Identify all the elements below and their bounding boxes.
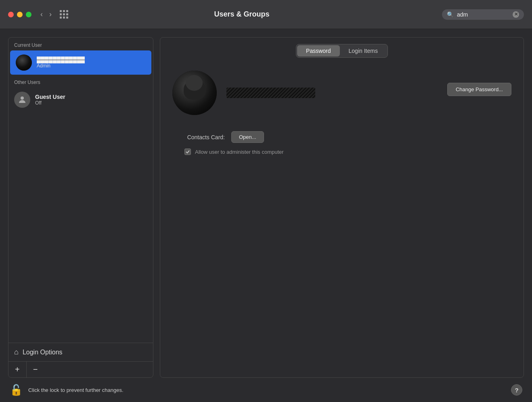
contacts-card-row: Contacts Card: Open... bbox=[172, 123, 511, 143]
contacts-card-label: Contacts Card: bbox=[172, 134, 225, 140]
titlebar: ‹ › Users & Groups 🔍 ✕ bbox=[0, 0, 532, 29]
home-icon: ⌂ bbox=[14, 348, 19, 356]
tabs-row: Password Login Items bbox=[160, 38, 524, 63]
search-input[interactable] bbox=[457, 11, 509, 18]
tab-login-items[interactable]: Login Items bbox=[340, 45, 387, 57]
sidebar-toolbar: + − bbox=[8, 361, 153, 377]
admin-user-info: ████████████ Admin bbox=[37, 57, 85, 69]
tab-group: Password Login Items bbox=[296, 44, 388, 58]
guest-user-name: Guest User bbox=[35, 94, 65, 100]
sidebar-list: Current User ████████████ Admin Other Us… bbox=[8, 38, 153, 343]
minimize-button[interactable] bbox=[17, 12, 23, 17]
app-grid-icon[interactable] bbox=[60, 10, 68, 19]
user-name-section bbox=[226, 88, 438, 98]
add-user-button[interactable]: + bbox=[8, 362, 27, 377]
admin-checkbox[interactable] bbox=[184, 149, 191, 155]
bottom-bar: 🔓 Click the lock to prevent further chan… bbox=[0, 378, 532, 402]
sidebar-item-guest[interactable]: Guest User Off bbox=[8, 88, 153, 112]
login-options-row[interactable]: ⌂ Login Options bbox=[8, 343, 153, 361]
admin-user-name: ████████████ bbox=[37, 57, 85, 63]
user-display-name-redacted bbox=[226, 88, 315, 98]
tab-password[interactable]: Password bbox=[297, 45, 339, 57]
help-button[interactable]: ? bbox=[511, 384, 522, 396]
remove-user-button[interactable]: − bbox=[27, 362, 44, 377]
login-options-label: Login Options bbox=[23, 349, 63, 356]
user-header: Change Password... bbox=[172, 71, 511, 115]
detail-content: Change Password... Contacts Card: Open..… bbox=[160, 63, 524, 377]
lock-text: Click the lock to prevent further change… bbox=[28, 387, 124, 393]
large-user-avatar bbox=[172, 71, 217, 115]
close-button[interactable] bbox=[8, 12, 14, 17]
search-clear-button[interactable]: ✕ bbox=[513, 11, 519, 18]
checkmark-icon bbox=[185, 149, 190, 154]
guest-avatar bbox=[14, 92, 30, 108]
change-password-button[interactable]: Change Password... bbox=[447, 83, 511, 96]
person-icon bbox=[17, 95, 27, 105]
other-users-section-label: Other Users bbox=[8, 75, 153, 88]
sidebar: Current User ████████████ Admin Other Us… bbox=[8, 37, 153, 378]
search-icon: 🔍 bbox=[447, 11, 454, 18]
svg-point-0 bbox=[21, 96, 24, 100]
admin-avatar bbox=[16, 54, 32, 71]
sidebar-item-admin[interactable]: ████████████ Admin bbox=[10, 50, 151, 75]
guest-user-status: Off bbox=[35, 100, 65, 106]
fullscreen-button[interactable] bbox=[26, 12, 31, 17]
window-title: Users & Groups bbox=[42, 10, 442, 19]
search-bar: 🔍 ✕ bbox=[442, 9, 524, 20]
traffic-lights bbox=[8, 12, 31, 17]
current-user-section-label: Current User bbox=[8, 38, 153, 50]
detail-panel: Password Login Items Change Password... bbox=[160, 37, 524, 378]
guest-user-info: Guest User Off bbox=[35, 94, 65, 106]
main-content: Current User ████████████ Admin Other Us… bbox=[0, 29, 532, 378]
lock-icon[interactable]: 🔓 bbox=[10, 384, 23, 396]
admin-checkbox-row: Allow user to administer this computer bbox=[172, 149, 511, 155]
admin-user-role: Admin bbox=[37, 63, 85, 69]
admin-checkbox-label: Allow user to administer this computer bbox=[195, 149, 284, 155]
open-contacts-button[interactable]: Open... bbox=[231, 131, 264, 143]
